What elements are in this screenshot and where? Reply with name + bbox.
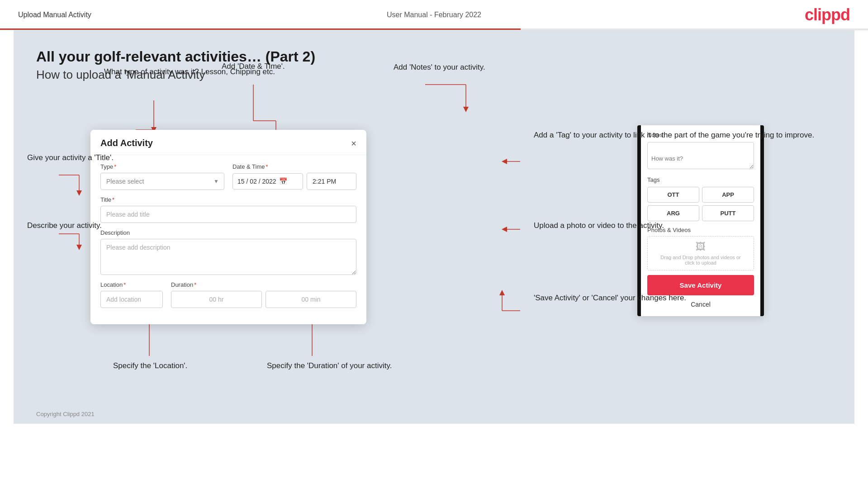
- title-input[interactable]: [100, 206, 356, 223]
- tag-putt[interactable]: PUTT: [702, 205, 754, 221]
- form-group-location: Location*: [100, 281, 163, 308]
- form-group-datetime: Date & Time* 15 / 02 / 2022 📅: [232, 163, 356, 190]
- page-title-center: User Manual - February 2022: [387, 11, 481, 19]
- annotation-tag: Add a 'Tag' to your activity to link it …: [534, 130, 814, 141]
- copyright: Copyright Clippd 2021: [36, 411, 95, 417]
- form-group-type: Type* Please select ▼: [100, 163, 224, 190]
- type-label: Type*: [100, 163, 224, 170]
- upload-area[interactable]: 🖼 Drag and Drop photos and videos orclic…: [647, 236, 754, 270]
- time-input[interactable]: [307, 173, 356, 190]
- description-label: Description: [100, 229, 356, 236]
- duration-wrapper: [171, 291, 356, 308]
- modal-title: Add Activity: [100, 138, 153, 148]
- date-value: 15 / 02 / 2022: [237, 178, 276, 185]
- calendar-icon: 📅: [279, 177, 288, 185]
- tags-grid: OTT APP ARG PUTT: [647, 187, 754, 221]
- page-title-left: Upload Manual Activity: [18, 11, 91, 19]
- modal-header: Add Activity ×: [90, 130, 366, 155]
- form-row-title: Title*: [100, 196, 356, 223]
- form-row-type-datetime: Type* Please select ▼ Date & Time*: [100, 163, 356, 190]
- main-content: All your golf-relevant activities… (Part…: [14, 30, 854, 424]
- duration-min-input[interactable]: [266, 291, 356, 308]
- tag-arg[interactable]: ARG: [647, 205, 699, 221]
- location-input[interactable]: [100, 291, 163, 308]
- annotation-location: Specify the 'Location'.: [113, 360, 187, 371]
- description-textarea[interactable]: [100, 239, 356, 275]
- annotation-notes: Add 'Notes' to your activity.: [394, 62, 485, 73]
- upload-icon: 🖼: [696, 241, 706, 253]
- notes-textarea[interactable]: [647, 142, 754, 169]
- datetime-wrapper: 15 / 02 / 2022 📅: [232, 173, 356, 190]
- modal-body: Type* Please select ▼ Date & Time*: [90, 155, 366, 324]
- form-group-duration: Duration*: [171, 281, 356, 308]
- title-field-label: Title*: [100, 196, 356, 203]
- top-bar: Upload Manual Activity User Manual - Feb…: [0, 0, 868, 30]
- form-group-description: Description: [100, 229, 356, 275]
- form-group-title: Title*: [100, 196, 356, 223]
- upload-text: Drag and Drop photos and videos orclick …: [660, 255, 740, 265]
- tags-section-label: Tags: [647, 176, 754, 183]
- type-select[interactable]: Please select: [100, 173, 224, 190]
- location-label: Location*: [100, 281, 163, 288]
- modal-close-button[interactable]: ×: [351, 139, 356, 148]
- duration-hr-input[interactable]: [171, 291, 262, 308]
- datetime-label: Date & Time*: [232, 163, 356, 170]
- annotation-date-time: Add 'Date & Time'.: [222, 61, 285, 72]
- form-row-location-duration: Location* Duration*: [100, 281, 356, 308]
- annotation-save-cancel: 'Save Activity' or 'Cancel' your changes…: [534, 293, 686, 303]
- tag-ott[interactable]: OTT: [647, 187, 699, 203]
- annotation-title: Give your activity a 'Title'.: [27, 152, 114, 163]
- annotation-describe: Describe your activity.: [27, 220, 102, 231]
- add-activity-modal: Add Activity × Type* Please select ▼: [90, 130, 366, 324]
- tag-app[interactable]: APP: [702, 187, 754, 203]
- duration-label: Duration*: [171, 281, 356, 288]
- date-input[interactable]: 15 / 02 / 2022 📅: [232, 173, 303, 190]
- type-select-wrapper: Please select ▼: [100, 173, 224, 190]
- annotation-upload: Upload a photo or video to the activity.: [534, 220, 664, 231]
- annotation-duration: Specify the 'Duration' of your activity.: [267, 360, 392, 371]
- form-row-description: Description: [100, 229, 356, 275]
- logo: clippd: [805, 5, 850, 24]
